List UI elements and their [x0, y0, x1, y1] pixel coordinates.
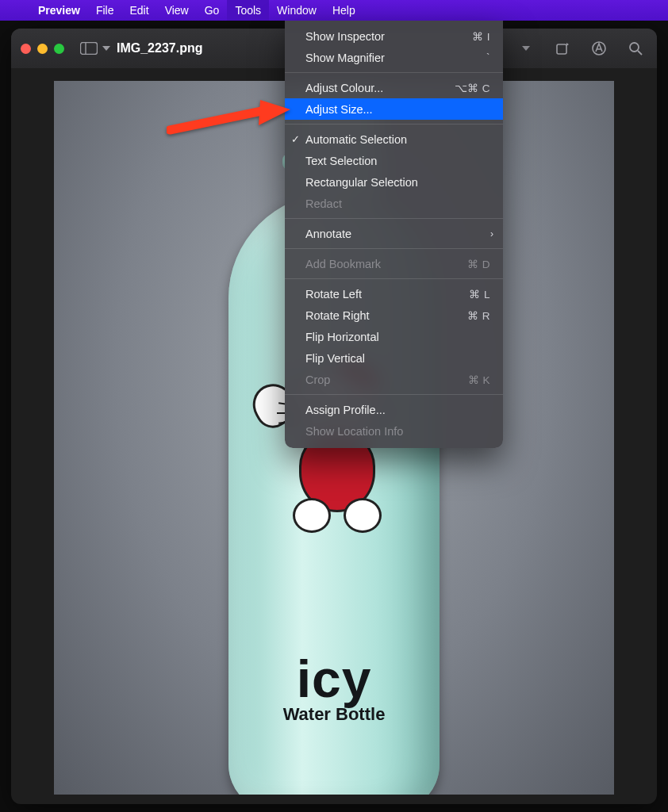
brand-sub-text: Water Bottle: [283, 704, 386, 725]
menubar-go[interactable]: Go: [197, 0, 228, 21]
menu-item-shortcut: ⌘ I: [472, 30, 490, 43]
svg-line-6: [170, 111, 262, 130]
menu-item-annotate[interactable]: Annotate›: [285, 223, 503, 244]
annotation-arrow: [167, 95, 294, 143]
svg-line-5: [638, 51, 642, 55]
menu-item-label: Show Inspector: [305, 30, 472, 43]
menu-item-automatic-selection[interactable]: ✓Automatic Selection: [285, 128, 503, 150]
menubar-help[interactable]: Help: [324, 0, 363, 21]
svg-point-4: [630, 43, 639, 52]
menu-item-label: Crop: [305, 373, 468, 386]
brand-big-text: icy: [283, 649, 386, 709]
menu-item-label: Add Bookmark: [305, 258, 467, 270]
menu-item-show-location-info: Show Location Info: [285, 420, 503, 442]
menu-item-label: Text Selection: [305, 155, 490, 167]
menu-item-shortcut: ⌘ R: [467, 309, 490, 322]
menu-item-label: Redact: [305, 197, 490, 210]
minimize-window-button[interactable]: [37, 44, 48, 54]
menu-separator: [285, 218, 503, 219]
menu-item-redact: Redact: [285, 193, 503, 214]
menu-separator: [285, 72, 503, 73]
menu-item-label: Assign Profile...: [305, 404, 490, 416]
sidebar-dropdown-icon[interactable]: [101, 38, 112, 59]
menu-item-label: Adjust Size...: [305, 103, 490, 116]
markup-icon[interactable]: [587, 38, 611, 59]
menu-item-shortcut: ⌘ D: [467, 258, 490, 270]
menu-item-flip-vertical[interactable]: Flip Vertical: [285, 347, 503, 369]
rotate-icon[interactable]: [551, 38, 574, 59]
menu-item-shortcut: ⌘ K: [468, 373, 490, 386]
zoom-window-button[interactable]: [54, 44, 64, 54]
menu-item-show-magnifier[interactable]: Show Magnifier`: [285, 47, 503, 68]
traffic-lights: [21, 44, 64, 54]
menu-separator: [285, 394, 503, 395]
menu-item-text-selection[interactable]: Text Selection: [285, 150, 503, 171]
svg-rect-2: [557, 44, 566, 54]
close-window-button[interactable]: [21, 44, 31, 54]
menubar-file[interactable]: File: [88, 0, 122, 21]
menu-item-label: Automatic Selection: [305, 133, 490, 146]
menubar-edit[interactable]: Edit: [122, 0, 157, 21]
menu-item-rectangular-selection[interactable]: Rectangular Selection: [285, 171, 503, 193]
menu-item-add-bookmark: Add Bookmark⌘ D: [285, 253, 503, 274]
menu-item-label: Rotate Right: [305, 309, 467, 322]
document-title: IMG_2237.png: [117, 41, 202, 56]
menu-item-label: Show Magnifier: [305, 52, 486, 64]
menubar-tools[interactable]: Tools: [227, 0, 269, 21]
toolbar-right: [514, 38, 647, 59]
menubar-window[interactable]: Window: [269, 0, 324, 21]
menu-item-rotate-left[interactable]: Rotate Left⌘ L: [285, 283, 503, 304]
menu-item-shortcut: ⌥⌘ C: [455, 82, 491, 94]
menu-item-label: Flip Vertical: [305, 352, 490, 365]
menu-separator: [285, 248, 503, 249]
share-dropdown-icon[interactable]: [514, 38, 538, 59]
search-icon[interactable]: [624, 38, 647, 59]
bottle-brand: icy Water Bottle: [283, 649, 386, 725]
menu-item-crop: Crop⌘ K: [285, 369, 503, 390]
menu-item-adjust-size[interactable]: Adjust Size...: [285, 98, 503, 120]
menu-item-label: Adjust Colour...: [305, 82, 455, 94]
svg-marker-7: [259, 100, 290, 125]
menu-item-show-inspector[interactable]: Show Inspector⌘ I: [285, 25, 503, 47]
tools-dropdown: Show Inspector⌘ IShow Magnifier`Adjust C…: [285, 21, 503, 448]
menubar-view[interactable]: View: [157, 0, 197, 21]
menu-item-rotate-right[interactable]: Rotate Right⌘ R: [285, 304, 503, 326]
menu-item-label: Show Location Info: [305, 425, 490, 438]
menu-item-label: Rectangular Selection: [305, 176, 490, 189]
menu-item-assign-profile[interactable]: Assign Profile...: [285, 399, 503, 420]
menu-separator: [285, 278, 503, 279]
menu-item-flip-horizontal[interactable]: Flip Horizontal: [285, 326, 503, 347]
menu-item-label: Annotate: [305, 228, 490, 240]
menubar: Preview File Edit View Go Tools Window H…: [0, 0, 668, 21]
menu-separator: [285, 124, 503, 124]
sidebar-toggle-button[interactable]: [77, 38, 101, 59]
menu-item-shortcut: `: [486, 52, 490, 63]
menu-item-adjust-colour[interactable]: Adjust Colour...⌥⌘ C: [285, 77, 503, 98]
menu-item-label: Rotate Left: [305, 288, 469, 301]
menu-item-shortcut: ⌘ L: [469, 288, 490, 301]
menu-item-label: Flip Horizontal: [305, 331, 490, 343]
menubar-app[interactable]: Preview: [30, 0, 88, 21]
svg-rect-0: [81, 43, 98, 55]
submenu-arrow-icon: ›: [490, 228, 493, 239]
